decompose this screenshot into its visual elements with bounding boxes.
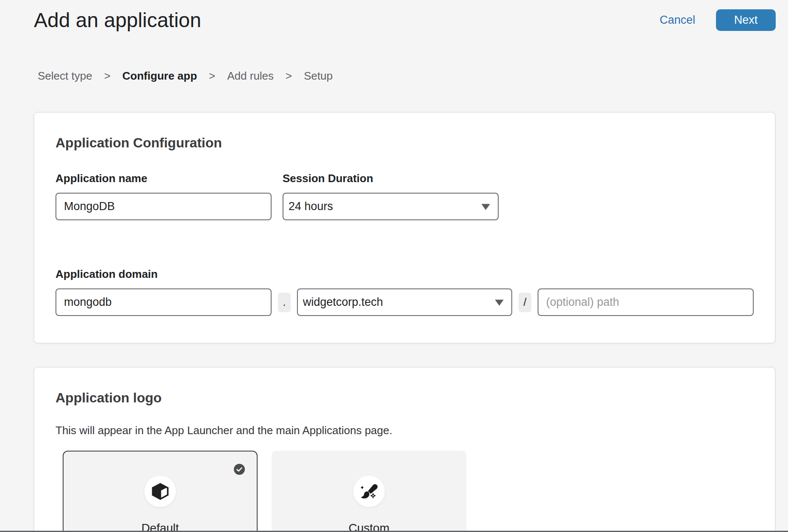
logo-options: Default Custom: [55, 451, 754, 532]
domain-select[interactable]: widgetcorp.tech: [297, 288, 512, 316]
chevron-down-icon: [481, 203, 491, 211]
logo-description: This will appear in the App Launcher and…: [55, 423, 754, 438]
path-input[interactable]: [538, 288, 754, 316]
dot-separator: .: [278, 293, 291, 312]
session-duration-value: 24 hours: [289, 200, 333, 213]
step-separator: >: [286, 68, 292, 83]
application-domain-label: Application domain: [55, 267, 754, 281]
step-add-rules[interactable]: Add rules: [227, 68, 274, 83]
application-name-label: Application name: [55, 171, 272, 186]
logo-option-label: Custom: [349, 521, 389, 532]
logo-heading: Application logo: [55, 389, 754, 406]
application-domain-field: Application domain . widgetcorp.tech /: [55, 267, 754, 316]
application-name-field: Application name: [55, 171, 272, 220]
cube-icon: [150, 482, 170, 501]
subdomain-input[interactable]: [55, 288, 272, 316]
logo-option-custom[interactable]: Custom: [272, 451, 466, 532]
cancel-button[interactable]: Cancel: [660, 9, 695, 31]
domain-value: widgetcorp.tech: [303, 296, 383, 309]
page-header: Add an application Cancel Next: [0, 0, 788, 32]
default-logo-circle: [144, 476, 176, 507]
slash-separator: /: [519, 293, 531, 312]
step-separator: >: [209, 68, 215, 83]
custom-logo-circle: [353, 476, 385, 507]
next-button[interactable]: Next: [716, 9, 776, 31]
paintbrush-icon: [358, 481, 380, 502]
header-actions: Cancel Next: [660, 9, 776, 31]
session-duration-field: Session Duration 24 hours: [283, 171, 499, 220]
session-duration-select[interactable]: 24 hours: [283, 193, 499, 220]
step-setup[interactable]: Setup: [304, 68, 333, 83]
step-select-type[interactable]: Select type: [38, 68, 92, 83]
step-configure-app: Configure app: [122, 68, 197, 83]
selected-check-icon: [234, 464, 245, 475]
application-logo-card: Application logo This will appear in the…: [33, 367, 776, 532]
logo-option-label: Default: [142, 521, 179, 532]
name-session-row: Application name Session Duration 24 hou…: [55, 171, 754, 220]
application-configuration-card: Application Configuration Application na…: [33, 112, 776, 344]
application-name-input[interactable]: [55, 193, 272, 220]
session-duration-label: Session Duration: [283, 171, 499, 186]
wizard-steps: Select type > Configure app > Add rules …: [34, 68, 788, 83]
chevron-down-icon: [494, 299, 504, 306]
step-separator: >: [104, 68, 111, 83]
logo-option-default[interactable]: Default: [63, 451, 258, 532]
application-domain-row: . widgetcorp.tech /: [55, 288, 754, 316]
configuration-heading: Application Configuration: [55, 134, 754, 151]
